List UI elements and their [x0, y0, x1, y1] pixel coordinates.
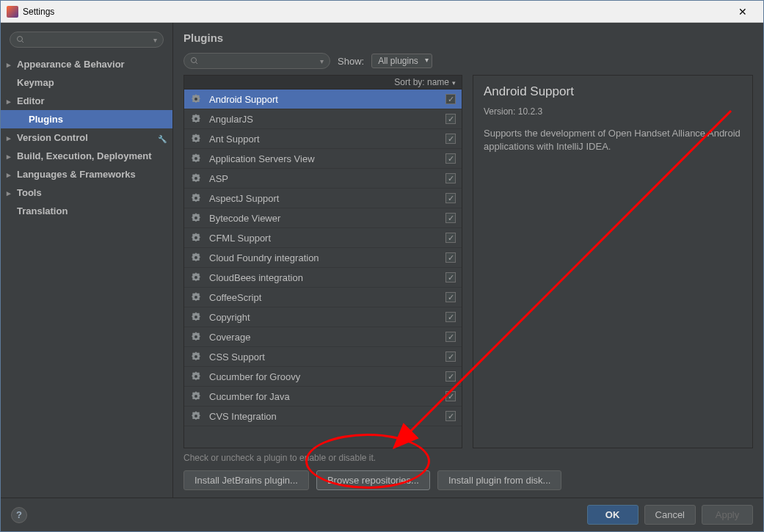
plugin-row[interactable]: CVS Integration — [184, 407, 462, 426]
plugin-icon — [190, 113, 202, 125]
plugin-row[interactable]: Cucumber for Java — [184, 387, 462, 407]
plugin-row[interactable]: CoffeeScript — [184, 288, 462, 307]
plugin-checkbox[interactable] — [445, 153, 456, 164]
sidebar-item-translation[interactable]: Translation — [1, 202, 172, 220]
svg-point-10 — [194, 216, 197, 219]
plugin-icon — [190, 351, 202, 362]
svg-line-1 — [22, 41, 24, 43]
sidebar-item-languages-frameworks[interactable]: Languages & Frameworks — [1, 165, 172, 183]
ok-button[interactable]: OK — [587, 505, 639, 525]
search-icon — [16, 35, 25, 44]
wrench-icon: 🔧 — [158, 133, 167, 145]
sidebar-item-appearance-behavior[interactable]: Appearance & Behavior — [1, 55, 172, 73]
sidebar-item-tools[interactable]: Tools — [1, 183, 172, 202]
main-panel: Plugins ▾ Show: All plugins Sort by: nam… — [173, 23, 763, 498]
plugin-checkbox[interactable] — [445, 173, 456, 183]
plugin-name: CloudBees integration — [209, 272, 445, 283]
plugin-checkbox[interactable] — [445, 332, 456, 342]
plugin-checkbox[interactable] — [445, 312, 456, 322]
sidebar-item-keymap[interactable]: Keymap — [1, 73, 172, 92]
plugin-row[interactable]: CSS Support — [184, 347, 462, 367]
plugin-icon — [190, 410, 202, 422]
plugin-row[interactable]: ASP — [184, 169, 462, 189]
svg-point-13 — [194, 276, 197, 279]
plugin-row[interactable]: AngularJS — [184, 109, 462, 129]
plugin-checkbox[interactable] — [445, 391, 456, 401]
plugin-checkbox[interactable] — [445, 272, 456, 283]
plugin-icon — [190, 311, 202, 323]
plugin-checkbox[interactable] — [445, 411, 456, 421]
plugin-icon — [190, 331, 202, 343]
sidebar-item-build-execution-deployment[interactable]: Build, Execution, Deployment — [1, 147, 172, 165]
plugin-checkbox[interactable] — [445, 233, 456, 243]
plugin-row[interactable]: CFML Support — [184, 228, 462, 248]
sidebar-item-version-control[interactable]: Version Control🔧 — [1, 128, 172, 147]
plugin-checkbox[interactable] — [445, 371, 456, 382]
plugin-row[interactable]: Cloud Foundry integration — [184, 248, 462, 268]
plugin-checkbox[interactable] — [445, 351, 456, 362]
sidebar-item-editor[interactable]: Editor — [1, 92, 172, 110]
plugin-checkbox[interactable] — [445, 193, 456, 203]
plugin-name: Cucumber for Groovy — [209, 371, 445, 382]
chevron-down-icon: ▾ — [153, 36, 157, 44]
plugin-row[interactable]: Cucumber for Groovy — [184, 367, 462, 387]
plugin-icon — [190, 133, 202, 145]
help-icon[interactable]: ? — [11, 507, 27, 523]
plugin-name: CSS Support — [209, 351, 445, 362]
sidebar-search-input[interactable] — [28, 34, 153, 45]
plugin-checkbox[interactable] — [445, 252, 456, 263]
plugin-row[interactable]: Ant Support — [184, 129, 462, 149]
plugin-search-input[interactable] — [202, 56, 320, 66]
plugin-name: AngularJS — [209, 114, 445, 125]
plugin-icon — [190, 172, 202, 184]
close-icon[interactable]: ✕ — [728, 6, 757, 18]
plugin-icon — [190, 93, 202, 105]
sort-toggle[interactable]: Sort by: name — [184, 76, 462, 90]
svg-point-15 — [194, 316, 197, 318]
plugin-row[interactable]: Coverage — [184, 327, 462, 347]
sidebar-item-plugins[interactable]: Plugins — [1, 110, 172, 128]
chevron-down-icon: ▾ — [320, 57, 324, 65]
browse-repositories-button[interactable]: Browse repositories... — [316, 470, 430, 490]
plugin-row[interactable]: Copyright — [184, 307, 462, 327]
plugin-checkbox[interactable] — [445, 213, 456, 223]
svg-point-12 — [194, 256, 197, 259]
install-jetbrains-button[interactable]: Install JetBrains plugin... — [183, 470, 309, 490]
plugin-name: Cucumber for Java — [209, 391, 445, 402]
plugin-icon — [190, 212, 202, 224]
detail-description: Supports the development of Open Handset… — [484, 127, 742, 153]
apply-button[interactable]: Apply — [702, 505, 753, 525]
plugin-name: CoffeeScript — [209, 292, 445, 303]
filter-dropdown[interactable]: All plugins — [371, 54, 432, 68]
plugin-list[interactable]: Android SupportAngularJSAnt SupportAppli… — [184, 90, 462, 448]
plugin-search[interactable]: ▾ — [183, 53, 330, 69]
cancel-button[interactable]: Cancel — [644, 505, 696, 525]
plugin-name: CVS Integration — [209, 411, 445, 422]
svg-point-14 — [194, 296, 197, 299]
plugin-row[interactable]: AspectJ Support — [184, 189, 462, 208]
plugin-row[interactable]: Bytecode Viewer — [184, 208, 462, 228]
plugin-row[interactable]: CloudBees integration — [184, 268, 462, 288]
svg-point-5 — [194, 117, 197, 120]
svg-point-6 — [194, 137, 197, 140]
plugin-icon — [190, 232, 202, 244]
plugin-row[interactable]: Application Servers View — [184, 149, 462, 169]
search-icon — [190, 57, 199, 65]
content-area: ▾ Appearance & BehaviorKeymapEditorPlugi… — [1, 23, 763, 498]
plugin-icon — [190, 291, 202, 303]
plugin-checkbox[interactable] — [445, 134, 456, 144]
sidebar: ▾ Appearance & BehaviorKeymapEditorPlugi… — [1, 23, 173, 498]
plugin-checkbox[interactable] — [445, 94, 456, 104]
sidebar-search[interactable]: ▾ — [10, 32, 164, 48]
footer: ? OK Cancel Apply — [1, 498, 763, 531]
plugin-icon — [190, 272, 202, 283]
plugin-row[interactable]: Android Support — [184, 90, 462, 109]
svg-point-0 — [18, 37, 23, 42]
plugin-name: Ant Support — [209, 134, 445, 145]
plugin-checkbox[interactable] — [445, 114, 456, 124]
plugin-checkbox[interactable] — [445, 292, 456, 302]
svg-point-2 — [192, 58, 197, 63]
svg-point-19 — [194, 395, 197, 398]
install-from-disk-button[interactable]: Install plugin from disk... — [437, 470, 561, 490]
svg-point-18 — [194, 375, 197, 378]
